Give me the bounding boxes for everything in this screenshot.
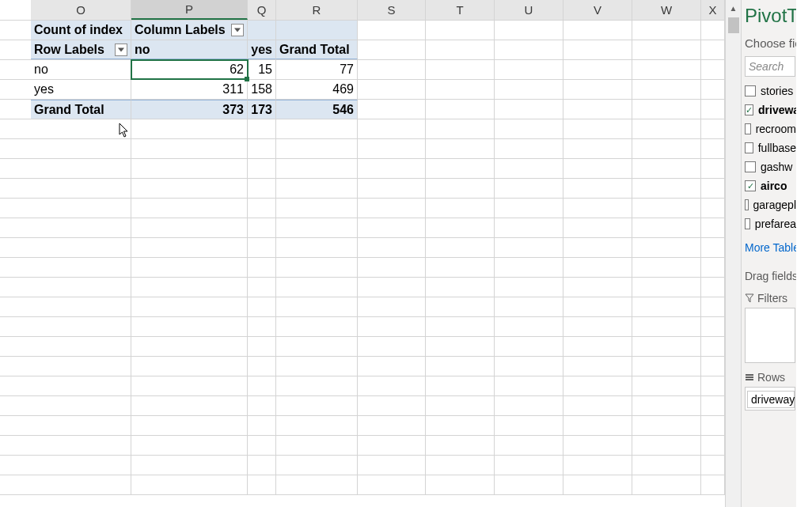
pivot-table: Count of index Column Labels Row Labels — [0, 21, 757, 495]
row-header-gutter — [0, 0, 31, 20]
col-header-R[interactable]: R — [276, 0, 358, 20]
checkbox-icon[interactable] — [745, 142, 753, 153]
field-stories[interactable]: stories — [745, 81, 796, 100]
field-garagepl[interactable]: garagepl — [745, 195, 796, 214]
scroll-thumb[interactable] — [728, 17, 739, 33]
pivot-value-yes-yes[interactable]: 158 — [248, 80, 276, 99]
pivot-column-labels-header: Column Labels — [131, 21, 248, 40]
checkbox-checked-icon[interactable] — [745, 180, 756, 191]
drag-instruction: Drag fields between areas below: — [742, 257, 796, 287]
field-recroom[interactable]: recroom — [745, 119, 796, 138]
row-labels-text: Row Labels — [34, 43, 104, 57]
pivot-fields-panel: PivotTable Fields Choose fields to add t… — [741, 0, 796, 507]
col-header-T[interactable]: T — [426, 0, 495, 20]
col-header-W[interactable]: W — [632, 0, 701, 20]
checkbox-icon[interactable] — [745, 218, 750, 229]
pivot-value-yes-total[interactable]: 469 — [276, 80, 358, 99]
col-header-Q[interactable]: Q — [248, 0, 276, 20]
fill-handle[interactable] — [245, 77, 249, 81]
col-header-X[interactable]: X — [701, 0, 725, 20]
more-tables-link[interactable]: More Tables... — [742, 233, 796, 257]
filters-area-header: Filters — [742, 287, 796, 306]
vertical-scrollbar[interactable]: ▲ — [725, 0, 741, 507]
field-search-input[interactable]: Search — [745, 56, 795, 77]
pivot-col-no: no — [131, 40, 248, 59]
panel-choose-text: Choose fields to add to report: — [742, 32, 796, 51]
checkbox-checked-icon[interactable] — [745, 104, 753, 115]
svg-rect-0 — [746, 374, 753, 376]
col-header-O[interactable]: O — [31, 0, 131, 20]
field-driveway[interactable]: driveway — [745, 100, 796, 119]
field-list: stories driveway recroom fullbase gashw … — [742, 81, 796, 233]
scroll-up-button[interactable]: ▲ — [726, 0, 741, 16]
filter-icon — [745, 293, 754, 303]
pivot-row-yes: yes — [31, 80, 131, 99]
pivot-total-grand[interactable]: 546 — [276, 100, 358, 119]
pivot-value-no-yes[interactable]: 15 — [248, 60, 276, 79]
rows-drop-area[interactable]: driveway — [745, 387, 795, 411]
pivot-value-no-total[interactable]: 77 — [276, 60, 358, 79]
panel-title: PivotTable Fields — [742, 0, 796, 32]
col-header-P[interactable]: P — [131, 0, 248, 20]
spreadsheet-grid[interactable]: O P Q R S T U V W X Count of index Colum… — [0, 0, 757, 507]
checkbox-icon[interactable] — [745, 85, 756, 96]
pivot-row-no: no — [31, 60, 131, 79]
field-gashw[interactable]: gashw — [745, 157, 796, 176]
pivot-measure-label: Count of index — [31, 21, 131, 40]
field-airco[interactable]: airco — [745, 176, 796, 195]
checkbox-icon[interactable] — [745, 199, 749, 210]
filters-drop-area[interactable] — [745, 308, 795, 363]
pivot-grand-total-row: Grand Total — [31, 100, 131, 119]
col-header-S[interactable]: S — [358, 0, 426, 20]
checkbox-icon[interactable] — [745, 161, 756, 172]
pivot-value-no-no[interactable]: 62 — [131, 60, 248, 79]
pivot-total-no[interactable]: 373 — [131, 100, 248, 119]
pivot-total-yes[interactable]: 173 — [248, 100, 276, 119]
column-headers: O P Q R S T U V W X — [0, 0, 757, 21]
rows-icon — [745, 373, 754, 382]
field-prefarea[interactable]: prefarea — [745, 214, 796, 233]
col-labels-text: Column Labels — [135, 23, 226, 37]
pivot-value-yes-no[interactable]: 311 — [131, 80, 248, 99]
field-fullbase[interactable]: fullbase — [745, 138, 796, 157]
pivot-col-yes: yes — [248, 40, 276, 59]
row-labels-dropdown[interactable] — [115, 44, 127, 56]
pivot-row-labels-header: Row Labels — [31, 40, 131, 59]
svg-rect-2 — [746, 379, 753, 380]
col-header-V[interactable]: V — [563, 0, 632, 20]
rows-area-header: Rows — [742, 366, 796, 385]
pivot-grand-total-col: Grand Total — [276, 40, 358, 59]
column-labels-dropdown[interactable] — [231, 24, 244, 36]
checkbox-icon[interactable] — [745, 123, 751, 134]
col-header-U[interactable]: U — [495, 0, 563, 20]
rows-field-driveway[interactable]: driveway — [747, 391, 795, 408]
svg-rect-1 — [746, 376, 753, 378]
